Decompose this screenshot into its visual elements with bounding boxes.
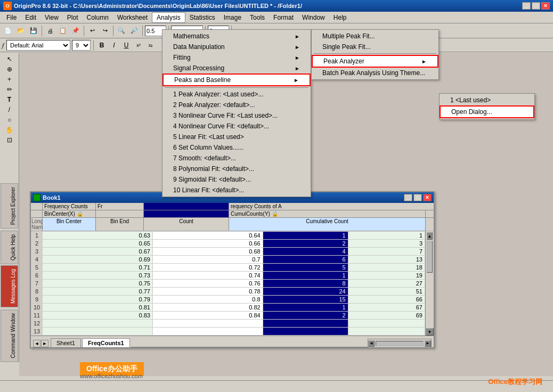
bincenter-cell	[43, 328, 153, 336]
copy-btn[interactable]: 📋	[57, 25, 69, 37]
scroll-thumb[interactable]	[427, 241, 433, 273]
menu-single-peak[interactable]: Single Peak Fit...	[312, 42, 438, 52]
italic-btn[interactable]: I	[109, 40, 119, 51]
menu-help[interactable]: Help	[329, 12, 351, 23]
save-btn[interactable]: 💾	[28, 25, 39, 37]
close-btn[interactable]: ✕	[541, 2, 550, 10]
menu-peak-1[interactable]: 1 Peak Analyzer: <Last used>...	[162, 89, 311, 100]
table-row: 40.690.7613	[31, 256, 434, 264]
paste-btn[interactable]: 📌	[70, 25, 82, 37]
bincenter-cell: 0.75	[43, 280, 153, 288]
menu-signal-processing[interactable]: Signal Processing ►	[162, 63, 311, 74]
scroll-down-btn[interactable]: ▼	[426, 328, 434, 336]
pan-tool[interactable]: +	[5, 75, 14, 84]
scroll-tabs-left[interactable]: ◄	[33, 340, 40, 347]
subscript-btn[interactable]: x₂	[145, 40, 156, 51]
win-close[interactable]: ✕	[423, 194, 432, 201]
new-btn[interactable]: 📄	[2, 25, 14, 37]
horiz-thumb[interactable]	[376, 341, 424, 346]
win-maximize[interactable]: □	[413, 194, 422, 201]
print-btn[interactable]: 🖨	[44, 25, 56, 37]
menu-smooth[interactable]: 7 Smooth: <default>...	[162, 153, 311, 164]
menu-multiple-peak[interactable]: Multiple Peak Fit...	[312, 31, 438, 42]
font-name-select[interactable]: Default: Arial	[6, 40, 70, 51]
menu-data-manipulation[interactable]: Data Manipulation ►	[162, 42, 311, 52]
spreadsheet-window: Book1 _ □ ✕ Frequency Counts Fr requency…	[30, 191, 435, 348]
menu-nonlinear-1[interactable]: 3 Nonlinear Curve Fit: <Last used>...	[162, 110, 311, 121]
menu-peaks-baseline[interactable]: Peaks and Baseline ►	[162, 74, 311, 86]
menu-view[interactable]: View	[40, 12, 63, 23]
menu-open-dialog[interactable]: Open Dialog...	[440, 105, 534, 118]
zoom-out-btn[interactable]: 🔎	[128, 25, 140, 37]
menu-window[interactable]: Window	[298, 12, 329, 23]
binend-cell: 0.82	[152, 304, 263, 312]
binend-colname	[96, 210, 144, 217]
horiz-scrollbar[interactable]: ◄ ►	[368, 339, 432, 347]
win-minimize[interactable]: _	[404, 194, 412, 201]
menu-polynomial[interactable]: 8 Polynomial Fit: <default>...	[162, 164, 311, 174]
sheet-tab-sheet1[interactable]: Sheet1	[51, 338, 81, 347]
menu-batch-peak[interactable]: Batch Peak Analysis Using Theme...	[312, 68, 438, 78]
pointer-tool[interactable]: ↖	[5, 54, 14, 64]
count-cell: 24	[263, 288, 348, 296]
bincenter-cell: 0.77	[43, 288, 153, 296]
menu-set-column[interactable]: 6 Set Column Values......	[162, 142, 311, 153]
menu-edit[interactable]: Edit	[21, 12, 40, 23]
minimize-btn[interactable]: _	[522, 2, 531, 10]
open-btn[interactable]: 📂	[15, 25, 27, 37]
sheet-tab-freqcounts[interactable]: FreqCounts1	[82, 338, 130, 347]
peaks-submenu: Multiple Peak Fit... Single Peak Fit... …	[311, 29, 439, 80]
menu-image[interactable]: Image	[219, 12, 246, 23]
menu-last-used[interactable]: 1 <Last used>	[440, 95, 534, 105]
bincenter-cell	[43, 320, 153, 328]
messages-log-tab[interactable]: Messages Log	[1, 265, 18, 307]
menu-tools[interactable]: Tools	[246, 12, 269, 23]
maximize-btn[interactable]: □	[532, 2, 540, 10]
project-explorer-tab[interactable]: Project Explorer	[1, 183, 18, 228]
menu-file[interactable]: File	[2, 12, 21, 23]
select-tool[interactable]: ⊡	[5, 135, 14, 145]
menu-plot[interactable]: Plot	[63, 12, 83, 23]
line-tool[interactable]: /	[5, 105, 14, 115]
menu-sigmoidal[interactable]: 9 Sigmoidal Fit: <default>...	[162, 174, 311, 185]
draw-tool[interactable]: ✏	[5, 85, 14, 94]
menu-linear-fit[interactable]: 5 Linear Fit: <Last used>	[162, 132, 311, 142]
text-tool[interactable]: T	[5, 95, 14, 104]
undo-btn[interactable]: ↩	[86, 25, 98, 37]
binend-cell	[152, 328, 263, 336]
redo-btn[interactable]: ↪	[99, 25, 111, 37]
menu-linear-fit-2[interactable]: 10 Linear Fit: <default>...	[162, 185, 311, 195]
count-cell: 15	[263, 296, 348, 304]
scroll-up-btn[interactable]: ▲	[427, 232, 433, 240]
scroll-right-btn[interactable]: ►	[425, 340, 431, 347]
menu-worksheet[interactable]: Worksheet	[113, 12, 152, 23]
menu-nonlinear-2[interactable]: 4 Nonlinear Curve Fit: <default>...	[162, 121, 311, 132]
circle-tool[interactable]: ○	[5, 115, 14, 125]
hand-tool[interactable]: ✋	[5, 125, 14, 135]
zoom-in-btn[interactable]: 🔍	[116, 25, 127, 37]
menu-analysis[interactable]: Analysis	[152, 12, 185, 23]
menu-fitting[interactable]: Fitting ►	[162, 52, 311, 63]
row-number: 10	[31, 304, 43, 312]
superscript-btn[interactable]: x²	[133, 40, 144, 51]
row-number: 11	[31, 312, 43, 320]
menu-bar: File Edit View Plot Column Worksheet Ana…	[0, 12, 553, 23]
menu-statistics[interactable]: Statistics	[185, 12, 219, 23]
peaks-sep	[314, 53, 436, 54]
bold-btn[interactable]: B	[96, 40, 107, 51]
menu-column[interactable]: Column	[83, 12, 113, 23]
menu-mathematics[interactable]: Mathematics ►	[162, 31, 311, 42]
vertical-scrollbar[interactable]: ▲ ▼	[425, 231, 434, 336]
menu-peak-2[interactable]: 2 Peak Analyzer: <default>...	[162, 100, 311, 110]
analysis-menu: Mathematics ► Data Manipulation ► Fittin…	[162, 29, 311, 197]
scroll-left-btn[interactable]: ◄	[368, 340, 375, 347]
bincenter-cell: 0.73	[43, 272, 153, 280]
menu-format[interactable]: Format	[269, 12, 298, 23]
underline-btn[interactable]: U	[121, 40, 132, 51]
zoom-tool[interactable]: ⊕	[5, 64, 14, 74]
quick-help-tab[interactable]: Quick Help	[1, 231, 18, 264]
scroll-tabs-right[interactable]: ►	[41, 340, 48, 347]
font-size-select[interactable]: 9	[72, 40, 91, 51]
menu-peak-analyzer[interactable]: Peak Analyzer ►	[312, 55, 438, 68]
command-window-tab[interactable]: Command Window	[1, 309, 18, 362]
